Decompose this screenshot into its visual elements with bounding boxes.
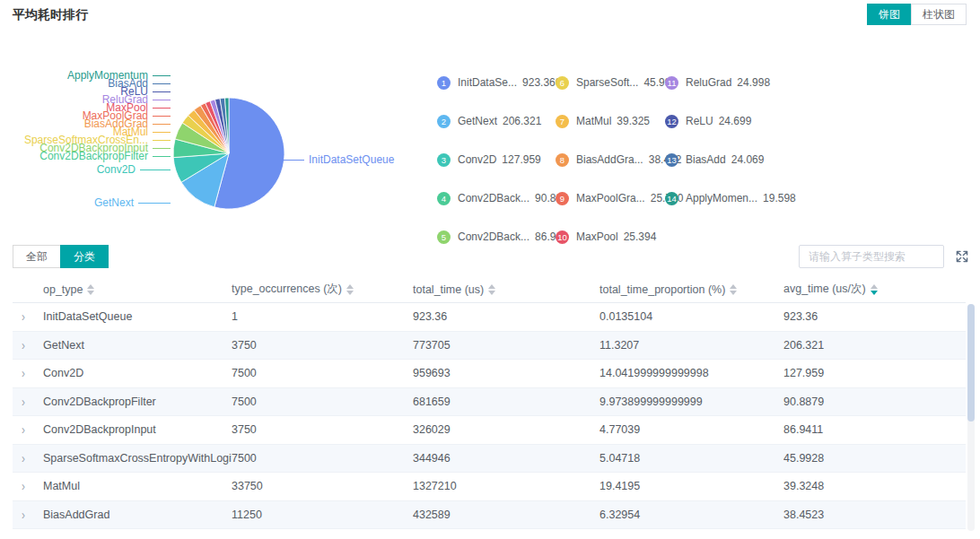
cell-total_time_proportion: 4.77039 [599, 423, 783, 436]
chevron-right-icon[interactable]: › [22, 310, 25, 323]
pie-chart [171, 95, 287, 212]
column-header-total_time[interactable]: total_time (us) [413, 283, 599, 296]
legend-item-InitDataSetQueue[interactable]: 1InitDataSe...923.360 [437, 75, 556, 90]
chevron-right-icon[interactable]: › [22, 396, 25, 408]
legend-item-BiasAdd[interactable]: 13BiasAdd24.069 [665, 152, 782, 167]
sort-asc-icon[interactable] [346, 284, 354, 289]
cell-total_time_proportion: 6.32954 [599, 509, 783, 521]
page-title: 平均耗时排行 [13, 7, 88, 23]
column-header-label: avg_time (us/次) [783, 282, 866, 297]
legend-item-value: 24.998 [737, 76, 770, 89]
cell-type_occurrences: 11250 [232, 509, 413, 521]
expand-cell: › [13, 480, 43, 492]
table-row[interactable]: ›BiasAddGrad112504325896.3295438.4523 [13, 501, 966, 530]
chevron-right-icon[interactable]: › [22, 423, 25, 436]
legend-item-label: ReLU [686, 115, 713, 127]
legend-item-Conv2D[interactable]: 3Conv2D127.959 [437, 152, 556, 167]
sort-asc-icon[interactable] [87, 284, 94, 289]
pie-label-line [153, 91, 171, 92]
sort-desc-icon[interactable] [488, 291, 495, 295]
sort-asc-icon[interactable] [730, 284, 737, 289]
legend-rank-badge: 4 [437, 192, 451, 205]
legend-item-MaxPool[interactable]: 10MaxPool25.394 [556, 230, 665, 244]
legend-item-BiasAddGrad[interactable]: 8BiasAddGra...38.452 [556, 152, 665, 167]
pie-label-line [153, 116, 171, 117]
cell-total_time_proportion: 0.0135104 [599, 310, 783, 323]
cell-avg_time: 86.9411 [783, 423, 966, 436]
legend-item-value: 25.394 [624, 230, 657, 243]
cell-avg_time: 127.959 [783, 367, 966, 379]
sort-desc-icon[interactable] [871, 291, 878, 295]
cell-total_time: 1327210 [413, 480, 599, 492]
chevron-right-icon[interactable]: › [22, 480, 25, 492]
cell-type_occurrences: 33750 [232, 480, 413, 492]
legend-item-value: 24.069 [731, 153, 765, 166]
legend-rank-badge: 3 [437, 153, 451, 167]
legend-item-ReluGrad[interactable]: 11ReluGrad24.998 [665, 75, 782, 90]
table-row[interactable]: ›Conv2D750095969314.041999999999998127.9… [13, 360, 966, 388]
column-header-type_occurrences[interactable]: type_occurrences (次) [232, 282, 413, 297]
legend-rank-badge: 7 [556, 115, 569, 128]
tab-all[interactable]: 全部 [13, 245, 61, 268]
table-row[interactable]: ›MatMul33750132721019.419539.3248 [13, 473, 966, 501]
cell-total_time_proportion: 9.973899999999999 [599, 396, 783, 408]
table-row[interactable]: ›Conv2DBackpropInput37503260294.7703986.… [13, 416, 966, 445]
legend-item-GetNext[interactable]: 2GetNext206.321 [437, 114, 556, 128]
legend-item-MatMul[interactable]: 7MatMul39.325 [556, 114, 665, 128]
column-header-total_time_proportion[interactable]: total_time_proportion (%) [599, 283, 783, 296]
bar-view-button[interactable]: 柱状图 [911, 4, 967, 25]
legend-item-SparseSoftmaxCrossEntropyWithLogits[interactable]: 6SparseSoft...45.993 [556, 75, 665, 90]
chevron-right-icon[interactable]: › [22, 367, 25, 379]
cell-avg_time: 38.4523 [783, 509, 966, 521]
legend-item-Conv2DBackpropFilter[interactable]: 4Conv2DBack...90.888 [437, 191, 556, 205]
scrollbar-thumb[interactable] [967, 304, 975, 422]
fullscreen-icon[interactable] [955, 249, 971, 265]
table-row[interactable]: ›GetNext375077370511.3207206.321 [13, 332, 966, 361]
chevron-right-icon[interactable]: › [22, 339, 25, 352]
legend-item-label: Conv2DBack... [458, 192, 529, 204]
pie-label-line [153, 148, 171, 149]
legend-item-ReLU[interactable]: 12ReLU24.699 [665, 114, 782, 128]
legend-item-Conv2DBackpropInput[interactable]: 5Conv2DBack...86.941 [437, 230, 556, 244]
legend-item-ApplyMomentum[interactable]: 14ApplyMomen...19.598 [665, 191, 782, 205]
table-row[interactable]: ›InitDataSetQueue1923.360.0135104923.36 [13, 303, 966, 332]
pie-label-line [153, 100, 171, 100]
legend-item-MaxPoolGrad[interactable]: 9MaxPoolGra...25.740 [556, 191, 665, 205]
cell-op_type: Conv2DBackpropInput [43, 423, 232, 436]
sort-desc-icon[interactable] [730, 291, 737, 295]
pie-label-line [153, 124, 171, 125]
cell-op_type: Conv2D [43, 367, 232, 379]
pie-label-GetNext: GetNext [0, 196, 171, 209]
tab-category[interactable]: 分类 [60, 245, 109, 268]
pie-view-button[interactable]: 饼图 [867, 4, 912, 25]
sort-desc-icon[interactable] [87, 291, 94, 295]
pie-legend: 1InitDataSe...923.3602GetNext206.3213Con… [437, 75, 782, 268]
legend-rank-badge: 13 [665, 153, 678, 167]
table-scope-tabs: 全部 分类 [13, 245, 109, 268]
column-header-avg_time[interactable]: avg_time (us/次) [783, 282, 966, 297]
pie-label-text: Conv2D [97, 163, 136, 176]
sort-asc-icon[interactable] [871, 284, 878, 289]
legend-item-label: Conv2D [458, 153, 496, 166]
chevron-right-icon[interactable]: › [22, 509, 25, 521]
pie-label-Conv2D: Conv2D [0, 163, 171, 176]
legend-item-label: BiasAdd [686, 153, 726, 166]
cell-op_type: MatMul [43, 480, 232, 492]
search-input[interactable] [799, 245, 944, 268]
sort-desc-icon[interactable] [346, 291, 354, 295]
legend-item-value: 206.321 [503, 115, 541, 127]
legend-rank-badge: 6 [556, 76, 569, 90]
cell-type_occurrences: 7500 [232, 367, 413, 379]
table-body: ›InitDataSetQueue1923.360.0135104923.36›… [13, 303, 966, 529]
table-row[interactable]: ›SparseSoftmaxCrossEntropyWithLogits7500… [13, 445, 966, 474]
column-header-op_type[interactable]: op_type [43, 283, 232, 296]
cell-total_time_proportion: 14.041999999999998 [599, 367, 783, 379]
cell-total_time: 432589 [413, 509, 599, 521]
chevron-right-icon[interactable]: › [22, 452, 25, 465]
sort-asc-icon[interactable] [488, 284, 495, 289]
pie-label-InitDataSetQueue: InitDataSetQueue [283, 153, 394, 166]
table-row[interactable]: ›Conv2DBackpropFilter75006816599.9738999… [13, 388, 966, 417]
expand-cell: › [13, 396, 43, 408]
legend-item-label: ReluGrad [686, 76, 731, 89]
sort-carets-icon [871, 284, 878, 295]
